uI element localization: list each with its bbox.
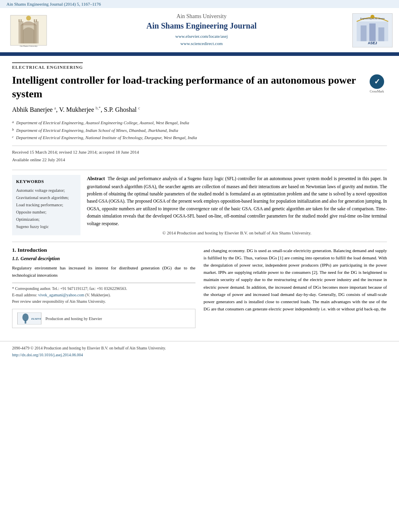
keyword-4: Opposite number; bbox=[16, 209, 76, 216]
keyword-3: Load tracking performance; bbox=[16, 201, 76, 209]
svg-text:ELSEVIER: ELSEVIER bbox=[31, 317, 41, 320]
abstract-text-block: Abstract The design and performance anal… bbox=[87, 175, 387, 235]
crossmark-badge: ✓ CrossMark bbox=[367, 74, 387, 94]
left-column: 1. Introduction 1.1. General description… bbox=[12, 247, 195, 328]
footnote-section: * Corresponding author. Tel.: +91 947119… bbox=[12, 283, 195, 305]
bottom-issn: 2090-4479 © 2014 Production and hosting … bbox=[12, 345, 387, 351]
bottom-bar: 2090-4479 © 2014 Production and hosting … bbox=[0, 341, 399, 362]
journal-url1: www.elsevier.com/locate/asej bbox=[51, 33, 352, 40]
article-title-row: Intelligent controller for load-tracking… bbox=[12, 74, 387, 101]
section-label: ELECTRICAL ENGINEERING bbox=[12, 62, 83, 70]
keywords-box: KEYWORDS Automatic voltage regulator; Gr… bbox=[12, 175, 80, 235]
footnote-star: * Corresponding author. Tel.: +91 947119… bbox=[12, 286, 195, 292]
crossmark-label: CrossMark bbox=[370, 90, 384, 93]
journal-header: Ain Shams University Ain Shams Universit… bbox=[0, 8, 399, 53]
elsevier-text: Production and hosting by Elsevier bbox=[45, 316, 102, 321]
article-title: Intelligent controller for load-tracking… bbox=[12, 74, 363, 101]
svg-rect-5 bbox=[21, 19, 22, 22]
affiliations: a Department of Electrical Engineering, … bbox=[12, 119, 387, 142]
intro-left-text: Regulatory environment has increased its… bbox=[12, 264, 195, 279]
abstract-body: Abstract The design and performance anal… bbox=[87, 175, 387, 227]
available-date: Available online 22 July 2014 bbox=[12, 156, 387, 164]
right-column: and changing economy. DG is used as smal… bbox=[204, 247, 387, 328]
affiliation-c: c Department of Electrical Engineering, … bbox=[12, 134, 387, 142]
svg-rect-12 bbox=[361, 25, 367, 41]
journal-name: Ain Shams Engineering Journal bbox=[51, 21, 352, 31]
right-col-text1: and changing economy. DG is used as smal… bbox=[204, 247, 387, 312]
svg-rect-7 bbox=[36, 19, 37, 22]
email-link[interactable]: vivek_agamani@yahoo.com bbox=[38, 293, 84, 297]
svg-point-19 bbox=[23, 314, 29, 321]
intro-heading: 1. Introduction bbox=[12, 247, 195, 253]
svg-text:Ain Shams University: Ain Shams University bbox=[20, 45, 38, 47]
received-date: Received 15 March 2014; revised 12 June … bbox=[12, 148, 387, 156]
keywords-title: KEYWORDS bbox=[16, 179, 76, 184]
university-name: Ain Shams University bbox=[51, 13, 352, 20]
footnote-peer: Peer review under responsibility of Ain … bbox=[12, 298, 195, 305]
svg-rect-4 bbox=[19, 19, 20, 22]
authors-line: Abhik Banerjee a, V. Mukherjee b,*, S.P.… bbox=[12, 106, 387, 113]
svg-point-8 bbox=[26, 16, 31, 21]
elsevier-logo: ELSEVIER bbox=[17, 312, 41, 325]
elsevier-footer: ELSEVIER Production and hosting by Elsev… bbox=[12, 309, 195, 328]
footnote-email: E-mail address: vivek_agamani@yahoo.com … bbox=[12, 292, 195, 298]
abstract-copyright: © 2014 Production and hosting by Elsevie… bbox=[87, 230, 387, 235]
journal-url2: www.sciencedirect.com bbox=[51, 40, 352, 47]
svg-text:ASEJ: ASEJ bbox=[368, 41, 377, 45]
svg-rect-13 bbox=[369, 23, 376, 41]
journal-urls: www.elsevier.com/locate/asej www.science… bbox=[51, 33, 352, 47]
two-column-body: 1. Introduction 1.1. General description… bbox=[12, 247, 387, 328]
svg-rect-14 bbox=[378, 27, 385, 41]
abstract-section: KEYWORDS Automatic voltage regulator; Gr… bbox=[12, 170, 387, 235]
section-divider bbox=[12, 242, 387, 242]
abstract-content: The design and performance analysis of a… bbox=[87, 176, 387, 226]
crossmark-icon: ✓ bbox=[370, 74, 384, 89]
journal-citation: Ain Shams Engineering Journal (2014) 5, … bbox=[6, 2, 101, 6]
svg-rect-20 bbox=[25, 320, 26, 324]
keywords-list: Automatic voltage regulator; Gravitation… bbox=[16, 187, 76, 230]
top-bar: Ain Shams Engineering Journal (2014) 5, … bbox=[0, 0, 399, 8]
journal-title-center: Ain Shams University Ain Shams Engineeri… bbox=[51, 13, 352, 47]
intro-subheading: 1.1. General description bbox=[12, 256, 195, 262]
keyword-1: Automatic voltage regulator; bbox=[16, 187, 76, 194]
keyword-2: Gravitational search algorithm; bbox=[16, 194, 76, 201]
bottom-doi: http://dx.doi.org/10.1016/j.asej.2014.06… bbox=[12, 351, 387, 358]
svg-rect-3 bbox=[34, 21, 39, 43]
university-logo: Ain Shams University bbox=[6, 12, 51, 48]
doi-link[interactable]: http://dx.doi.org/10.1016/j.asej.2014.06… bbox=[12, 353, 83, 357]
main-content: ELECTRICAL ENGINEERING Intelligent contr… bbox=[0, 56, 399, 335]
keyword-6: Sugeno fuzzy logic bbox=[16, 223, 76, 230]
abstract-label: Abstract bbox=[87, 176, 105, 181]
svg-rect-6 bbox=[34, 19, 35, 22]
author-abhik: Abhik Banerjee a, V. Mukherjee b,*, S.P.… bbox=[12, 106, 140, 113]
affiliation-a: a Department of Electrical Engineering, … bbox=[12, 119, 387, 127]
keyword-5: Optimization; bbox=[16, 216, 76, 223]
svg-text:Engineering in Ain Shams: Engineering in Ain Shams bbox=[360, 17, 385, 19]
affiliation-b: b Department of Electrical Engineering, … bbox=[12, 127, 387, 134]
svg-rect-2 bbox=[19, 21, 23, 43]
date-info: Received 15 March 2014; revised 12 June … bbox=[12, 146, 387, 163]
asej-logo: ASEJ Engineering in Ain Shams bbox=[352, 13, 393, 47]
